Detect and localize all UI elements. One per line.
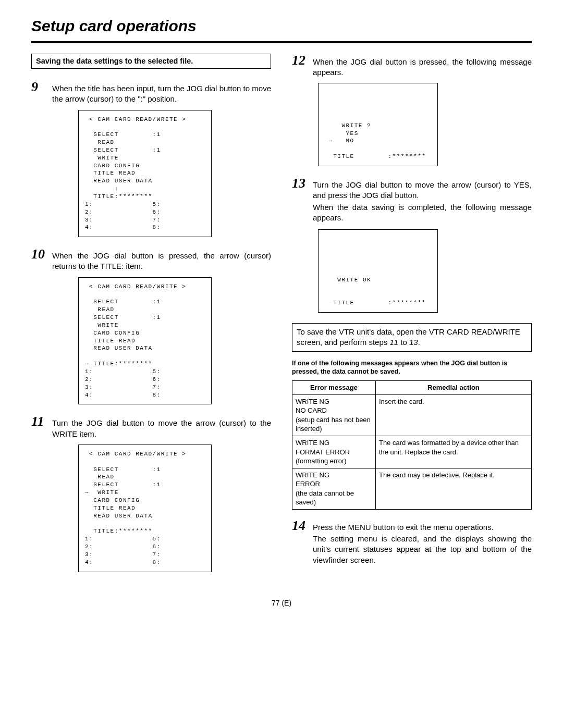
table-row: WRITE NG FORMAT ERROR (formatting error)… [292, 436, 532, 468]
condition-heading: If one of the following messages appears… [292, 359, 532, 377]
right-column: 12 When the JOG dial button is pressed, … [292, 54, 532, 583]
page-title: Setup card operations [31, 16, 532, 37]
step-10: 10 When the JOG dial button is pressed, … [31, 248, 271, 272]
step-11: 11 Turn the JOG dial button to move the … [31, 415, 271, 439]
screen-13-content: WRITE OK TITLE :******** [325, 276, 431, 307]
note-step-13: 13 [409, 338, 418, 347]
note-box: To save the VTR unit's data, open the VT… [292, 323, 532, 352]
screen-11: < CAM CARD READ/WRITE > SELECT :1 READ S… [78, 445, 212, 572]
step-text: Turn the JOG dial button to move the arr… [52, 415, 271, 439]
td-action: The card was formatted by a device other… [375, 436, 531, 468]
error-table: Error message Remedial action WRITE NG N… [292, 380, 532, 510]
step-14-line-1: Press the MENU button to exit the menu o… [313, 522, 532, 533]
screen-12: WRITE ? YES → NO TITLE :******** [318, 83, 438, 166]
td-error: WRITE NG NO CARD (setup card has not bee… [292, 394, 376, 436]
screen-9: < CAM CARD READ/WRITE > SELECT :1 READ S… [78, 110, 212, 238]
screen-12-content: WRITE ? YES → NO TITLE :******** [325, 122, 431, 161]
td-error: WRITE NG ERROR (the data cannot be saved… [292, 468, 376, 509]
left-column: Saving the data settings to the selected… [31, 54, 271, 583]
step-text: Turn the JOG dial button to move the arr… [313, 177, 532, 224]
page-footer: 77 (E) [31, 598, 532, 608]
th-error: Error message [292, 381, 376, 395]
step-text: When the JOG dial button is pressed, the… [313, 54, 532, 78]
th-action: Remedial action [375, 381, 531, 395]
screen-13: WRITE OK TITLE :******** [318, 229, 438, 313]
section-heading-box: Saving the data settings to the selected… [31, 54, 271, 69]
step-14: 14 Press the MENU button to exit the men… [292, 519, 532, 566]
td-action: The card may be defective. Replace it. [375, 468, 531, 509]
td-error: WRITE NG FORMAT ERROR (formatting error) [292, 436, 376, 468]
note-c: to [398, 338, 409, 347]
columns: Saving the data settings to the selected… [31, 54, 532, 583]
step-14-line-2: The setting menu is cleared, and the dis… [313, 534, 532, 565]
td-action: Insert the card. [375, 394, 531, 436]
note-e: . [418, 338, 420, 347]
step-9: 9 When the title has been input, turn th… [31, 80, 271, 105]
step-13: 13 Turn the JOG dial button to move the … [292, 177, 532, 224]
table-row: Error message Remedial action [292, 381, 532, 395]
step-12: 12 When the JOG dial button is pressed, … [292, 54, 532, 78]
step-number: 10 [31, 248, 52, 261]
step-number: 11 [31, 415, 52, 428]
step-text: Press the MENU button to exit the menu o… [313, 519, 532, 566]
step-number: 14 [292, 519, 313, 533]
step-13-line-1: Turn the JOG dial button to move the arr… [313, 180, 532, 201]
step-13-line-2: When the data saving is completed, the f… [313, 202, 532, 224]
manual-page: Setup card operations Saving the data se… [0, 0, 563, 628]
table-row: WRITE NG ERROR (the data cannot be saved… [292, 468, 532, 509]
step-number: 13 [292, 177, 313, 190]
page-title-wrap: Setup card operations [31, 16, 532, 43]
step-number: 12 [292, 54, 313, 67]
step-text: When the title has been input, turn the … [52, 80, 271, 105]
step-number: 9 [31, 80, 52, 94]
note-step-11: 11 [389, 338, 398, 347]
screen-10: < CAM CARD READ/WRITE > SELECT :1 READ S… [78, 277, 212, 405]
table-row: WRITE NG NO CARD (setup card has not bee… [292, 394, 532, 436]
step-text: When the JOG dial button is pressed, the… [52, 248, 271, 272]
